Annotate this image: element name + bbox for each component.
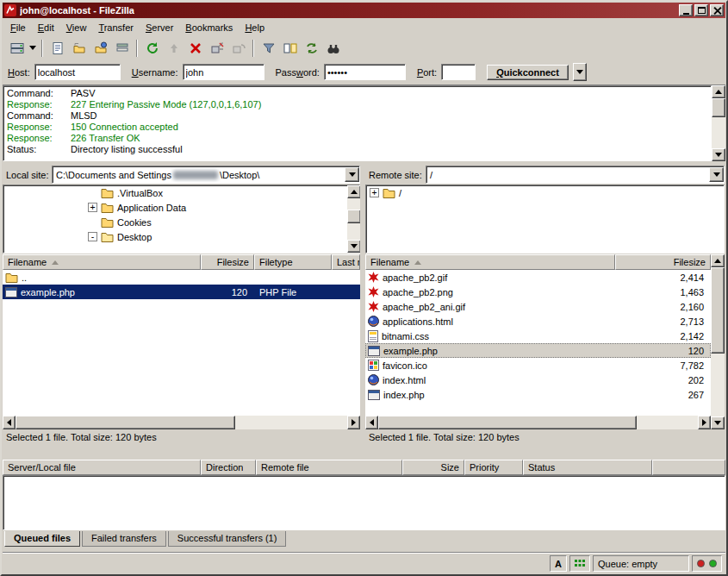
- local-site-combobox[interactable]: C:\Documents and Settings\Desktop\: [52, 166, 360, 184]
- scroll-down-button[interactable]: [712, 148, 725, 161]
- remote-site-dropdown[interactable]: [709, 167, 724, 182]
- host-input[interactable]: [34, 64, 121, 80]
- cancel-button[interactable]: [184, 38, 206, 58]
- collapse-icon[interactable]: -: [88, 232, 97, 241]
- disconnect-button[interactable]: [206, 38, 227, 58]
- menu-server[interactable]: Server: [140, 20, 179, 35]
- file-row[interactable]: favicon.ico 7,782: [365, 358, 711, 373]
- toggle-local-tree-button[interactable]: [68, 38, 90, 58]
- tree-item-virtualbox[interactable]: .VirtualBox: [3, 185, 359, 200]
- menu-help[interactable]: Help: [239, 20, 271, 35]
- scroll-down-button[interactable]: [711, 416, 725, 429]
- scroll-right-button[interactable]: [698, 416, 711, 429]
- column-header-filename[interactable]: Filename: [3, 254, 201, 270]
- tab-queued-files[interactable]: Queued files: [4, 531, 80, 547]
- file-row-selected[interactable]: example.php 120: [365, 343, 711, 358]
- queue-splitter[interactable]: [3, 447, 725, 459]
- scroll-thumb[interactable]: [712, 98, 725, 117]
- tree-item-root[interactable]: + /: [366, 185, 724, 200]
- scroll-up-button[interactable]: [347, 185, 361, 198]
- filter-button[interactable]: [258, 38, 279, 58]
- parent-directory-row[interactable]: ..: [3, 270, 360, 285]
- column-header-filetype[interactable]: Filetype: [254, 254, 332, 270]
- maximize-icon: [698, 7, 706, 14]
- file-row[interactable]: apache_pb2_ani.gif 2,160: [365, 299, 711, 314]
- menu-edit[interactable]: Edit: [32, 20, 60, 35]
- file-row[interactable]: apache_pb2.png 1,463: [365, 285, 711, 299]
- scroll-right-button[interactable]: [347, 416, 360, 429]
- scroll-thumb[interactable]: [711, 267, 725, 354]
- port-input[interactable]: [441, 64, 476, 80]
- column-header-remote-file[interactable]: Remote file: [256, 460, 402, 475]
- directory-comparison-button[interactable]: [279, 38, 301, 58]
- column-header-filesize[interactable]: Filesize: [201, 254, 254, 270]
- tab-successful-transfers[interactable]: Successful transfers (1): [168, 531, 287, 547]
- process-queue-button[interactable]: [163, 38, 184, 58]
- chevron-down-icon: [713, 172, 720, 177]
- file-row[interactable]: apache_pb2.gif 2,414: [365, 270, 711, 285]
- remote-file-list-pane: Filename Filesize apache_pb2.gif 2,414 a…: [365, 254, 725, 429]
- minimize-button[interactable]: [679, 4, 693, 16]
- toggle-queue-button[interactable]: [111, 38, 133, 58]
- column-header-direction[interactable]: Direction: [201, 460, 256, 475]
- column-header-status[interactable]: Status: [523, 460, 652, 475]
- scroll-thumb[interactable]: [347, 210, 361, 223]
- chevron-down-icon: [349, 172, 356, 177]
- folder-icon: [5, 272, 18, 283]
- password-input[interactable]: [324, 64, 406, 80]
- scroll-up-button[interactable]: [711, 254, 725, 267]
- scroll-down-button[interactable]: [347, 240, 361, 253]
- toggle-message-log-button[interactable]: [47, 38, 68, 58]
- quickconnect-button[interactable]: Quickconnect: [487, 65, 569, 80]
- scroll-left-button[interactable]: [3, 416, 16, 429]
- tree-item-desktop[interactable]: - Desktop: [3, 229, 359, 244]
- menu-view[interactable]: View: [60, 20, 93, 35]
- tree-item-cookies[interactable]: Cookies: [3, 215, 359, 229]
- tab-failed-transfers[interactable]: Failed transfers: [82, 531, 166, 547]
- scroll-thumb[interactable]: [378, 416, 637, 429]
- scroll-left-button[interactable]: [365, 416, 378, 429]
- remote-horizontal-scrollbar[interactable]: [365, 416, 711, 429]
- menu-bookmarks[interactable]: Bookmarks: [179, 20, 239, 35]
- file-row[interactable]: index.php 267: [365, 387, 711, 402]
- local-tree-scrollbar[interactable]: [347, 185, 361, 253]
- column-header-filesize[interactable]: Filesize: [615, 254, 711, 270]
- toggle-remote-tree-button[interactable]: [90, 38, 111, 58]
- file-row[interactable]: index.html 202: [365, 373, 711, 387]
- column-header-priority[interactable]: Priority: [464, 460, 523, 475]
- expand-icon[interactable]: +: [370, 188, 379, 197]
- encoding-indicator[interactable]: A: [550, 555, 567, 572]
- scroll-thumb[interactable]: [16, 416, 235, 429]
- column-header-size[interactable]: Size: [402, 460, 464, 475]
- column-header-filename[interactable]: Filename: [365, 254, 615, 270]
- find-files-button[interactable]: [322, 38, 344, 58]
- tree-item-application-data[interactable]: + Application Data: [3, 200, 359, 215]
- remote-site-combobox[interactable]: /: [426, 166, 725, 184]
- file-row[interactable]: applications.html 2,713: [365, 314, 711, 329]
- local-horizontal-scrollbar[interactable]: [3, 416, 360, 429]
- reconnect-button[interactable]: [227, 38, 249, 58]
- remote-list-scrollbar[interactable]: [711, 254, 725, 429]
- image-file-icon: [368, 301, 379, 312]
- username-input[interactable]: [183, 64, 264, 80]
- refresh-button[interactable]: [141, 38, 163, 58]
- title-bar[interactable]: john@localhost - FileZilla: [3, 3, 725, 18]
- column-header-last-modified[interactable]: Last modified: [332, 254, 360, 270]
- synchronized-browsing-button[interactable]: [301, 38, 322, 58]
- column-header-server-local-file[interactable]: Server/Local file: [3, 460, 201, 475]
- encryption-indicator[interactable]: [569, 555, 590, 572]
- file-row[interactable]: bitnami.css 2,142: [365, 329, 711, 343]
- expand-icon[interactable]: +: [88, 203, 97, 212]
- site-manager-button[interactable]: [6, 38, 28, 58]
- remote-selection-status: Selected 1 file. Total size: 120 bytes: [369, 432, 520, 445]
- site-manager-dropdown[interactable]: [28, 38, 38, 58]
- scroll-up-button[interactable]: [712, 85, 725, 98]
- menu-file[interactable]: File: [4, 20, 32, 35]
- log-scrollbar[interactable]: [712, 85, 725, 161]
- file-row-selected[interactable]: example.php 120 PHP File: [3, 285, 360, 299]
- menu-transfer[interactable]: Transfer: [92, 20, 140, 35]
- close-button[interactable]: [710, 4, 724, 16]
- quickconnect-dropdown[interactable]: [573, 63, 587, 81]
- maximize-button[interactable]: [694, 4, 708, 16]
- local-site-dropdown[interactable]: [345, 167, 359, 182]
